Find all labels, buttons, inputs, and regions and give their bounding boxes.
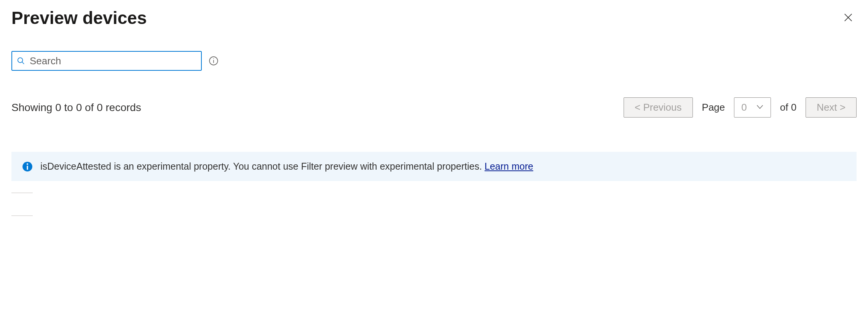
svg-line-3: [22, 62, 24, 64]
search-box[interactable]: [11, 51, 202, 71]
svg-point-2: [18, 58, 23, 63]
pagination-controls: < Previous Page 0 of 0 Next >: [624, 97, 857, 118]
close-button[interactable]: [840, 9, 857, 27]
records-summary: Showing 0 to 0 of 0 records: [11, 102, 141, 114]
chevron-down-icon: [756, 104, 764, 111]
svg-rect-8: [27, 165, 28, 170]
banner-message: isDeviceAttested is an experimental prop…: [40, 161, 485, 172]
close-icon: [843, 12, 854, 24]
search-input[interactable]: [30, 55, 196, 67]
page-select[interactable]: 0: [734, 97, 771, 118]
learn-more-link[interactable]: Learn more: [485, 161, 533, 172]
next-button[interactable]: Next >: [806, 97, 857, 118]
svg-point-6: [213, 58, 214, 59]
divider: [11, 192, 33, 193]
info-filled-icon: [22, 161, 33, 172]
page-select-value: 0: [741, 102, 747, 113]
page-of-label: of 0: [780, 102, 796, 113]
banner-text: isDeviceAttested is an experimental prop…: [40, 161, 533, 172]
divider: [11, 215, 33, 216]
previous-button[interactable]: < Previous: [624, 97, 693, 118]
page-title: Preview devices: [11, 8, 147, 28]
page-label: Page: [702, 102, 725, 113]
info-icon[interactable]: [209, 56, 219, 66]
search-icon: [17, 57, 25, 65]
info-banner: isDeviceAttested is an experimental prop…: [11, 152, 857, 181]
svg-point-9: [27, 163, 28, 165]
